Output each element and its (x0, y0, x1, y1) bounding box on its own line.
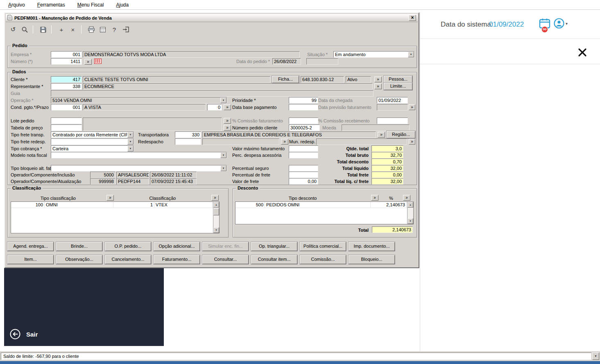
tipo-cobranca-label: Tipo cobrança * (11, 146, 42, 151)
agend-entrega-button[interactable]: Agend. entrega... (7, 242, 54, 251)
opcao-adicional-button[interactable]: Opção adicional... (154, 242, 200, 251)
empresa-code-field[interactable]: 001 (51, 51, 82, 58)
num-pedido-cliente-field[interactable]: 3000025-2 (289, 124, 320, 131)
chevron-down-icon[interactable]: ▼ (127, 139, 134, 145)
redespacho-zoom-button[interactable]: » (281, 139, 288, 145)
tipo-bloqueio-combo[interactable]: ▼ (51, 165, 227, 172)
tabela-preco-field[interactable] (51, 124, 82, 131)
comissao-fat-field[interactable] (289, 118, 318, 124)
comissao-rec-field[interactable] (377, 118, 408, 124)
scroll-up-button[interactable]: ▲ (408, 202, 413, 208)
imp-documento-button[interactable]: Imp. documento... (349, 242, 395, 251)
classificacao-grid[interactable]: 100 OMNI 1 VTEX (11, 201, 220, 233)
print-icon[interactable] (86, 25, 96, 34)
data-chegada-field[interactable]: 01/09/2022 (377, 97, 408, 104)
consultar-button[interactable]: Consultar... (202, 255, 249, 264)
user-icon[interactable] (554, 18, 564, 29)
status-dropdown-button[interactable]: ▼ (592, 353, 599, 360)
cancelamento-button[interactable]: Cancelamento... (105, 255, 151, 264)
desconto-scrollbar[interactable]: ▲ ▼ (407, 202, 413, 224)
chevron-down-icon[interactable]: ▼ (408, 52, 414, 57)
sair-button[interactable]: Sair (26, 331, 38, 338)
transportadora-code-field[interactable]: 330 (175, 131, 201, 138)
brinde-button[interactable]: Brinde... (56, 242, 102, 251)
limite-button[interactable]: Limite... (384, 83, 412, 90)
desconto-col1-zoom-button[interactable]: » (371, 195, 378, 201)
menu-arquivo[interactable]: Arquivo (4, 1, 29, 9)
operacao-combo[interactable]: 5104 VENDA OMNI ▼ (51, 97, 227, 104)
pessoa-button[interactable]: Pessoa... (384, 76, 412, 83)
desconto-grid[interactable]: 500 PEDIDOS OMNI 2,140673 (235, 201, 414, 224)
representante-code-field[interactable]: 338 (51, 83, 82, 90)
cond-pgto-zoom-button[interactable]: » (224, 104, 231, 110)
desconto-col2-zoom-button[interactable]: » (403, 195, 410, 201)
lote-zoom-button[interactable]: » (224, 118, 231, 124)
help-icon[interactable]: ? (109, 25, 119, 34)
undo-icon[interactable]: ↺ (8, 25, 18, 34)
menu-ajuda[interactable]: Ajuda (112, 1, 133, 9)
perc-despesa-label: Perc. despesa acessória (232, 153, 281, 158)
data-prev-zoom-button[interactable]: » (409, 104, 415, 110)
transportadora-zoom-button[interactable]: » (378, 132, 385, 138)
scroll-thumb[interactable] (213, 208, 219, 215)
menu-ferramentas[interactable]: Ferramentas (33, 1, 69, 9)
representante-zoom-button[interactable]: » (374, 84, 382, 89)
modelo-nf-combo[interactable]: ▼ (51, 152, 227, 158)
add-icon[interactable]: + (57, 25, 66, 34)
scroll-down-button[interactable]: ▼ (213, 227, 219, 233)
exit-icon[interactable] (121, 25, 131, 34)
classificacao-col2-zoom-button[interactable]: » (211, 195, 219, 201)
classificacao-col1-zoom-button[interactable]: » (106, 195, 114, 201)
numero-zoom-button[interactable]: » (84, 59, 92, 65)
data-base-field[interactable] (289, 104, 318, 111)
valor-max-label: Valor máximo faturamento (232, 146, 285, 151)
chevron-down-icon[interactable]: ▼ (220, 165, 226, 171)
scroll-up-button[interactable]: ▲ (213, 202, 219, 208)
classificacao-cell-class-code: 1 (113, 202, 154, 208)
search-icon[interactable] (20, 25, 29, 34)
cliente-code-field[interactable]: 417 (51, 76, 82, 83)
chevron-down-icon[interactable]: ▼ (220, 152, 226, 158)
comissao-button[interactable]: Comissão... (300, 255, 346, 264)
close-window-button[interactable]: × (409, 15, 416, 21)
item-button[interactable]: Item... (7, 255, 54, 264)
politica-comercial-button[interactable]: Política comercial... (300, 242, 346, 251)
bloqueio-button[interactable]: Bloqueio... (349, 255, 395, 264)
op-triangular-button[interactable]: Op. triangular... (251, 242, 297, 251)
op-pedido-button[interactable]: O.P. pedido... (105, 242, 151, 251)
save-icon[interactable] (38, 25, 48, 34)
ficha-button[interactable]: Ficha... (272, 76, 299, 83)
table-row[interactable]: 500 PEDIDOS OMNI 2,140673 (235, 202, 413, 208)
calendar-icon[interactable] (98, 25, 108, 34)
chevron-down-icon[interactable]: ▾ (566, 21, 568, 26)
scroll-down-button[interactable]: ▼ (408, 218, 413, 224)
observacao-button[interactable]: Observação... (56, 255, 102, 264)
cond-pgto-prazo-field[interactable]: 0 (207, 104, 222, 111)
comissao-fat-label: % Comissão faturamento (232, 118, 283, 123)
chevron-down-icon[interactable]: ▼ (127, 132, 134, 138)
lote-field[interactable] (51, 118, 82, 124)
numpad-icon[interactable] (94, 59, 102, 65)
chevron-down-icon[interactable]: ▼ (127, 146, 134, 151)
numero-field[interactable]: 1411 (51, 58, 82, 65)
frete-redesp-combo[interactable]: ▼ (51, 138, 134, 145)
tipo-cobranca-combo[interactable]: Carteira ▼ (51, 145, 134, 152)
consultar-item-button[interactable]: Consultar item... (251, 255, 297, 264)
prioridade-field[interactable]: 99 (289, 97, 318, 104)
back-arrow-icon[interactable] (10, 329, 20, 340)
classificacao-scrollbar[interactable]: ▲ ▼ (213, 202, 219, 233)
delete-icon[interactable]: × (68, 25, 78, 34)
situacao-combo[interactable]: Em andamento ▼ (333, 51, 414, 58)
faturamento-button[interactable]: Faturamento... (154, 255, 200, 264)
mun-redesp-zoom-button[interactable]: » (409, 139, 415, 145)
cond-pgto-code-field[interactable]: 001 (51, 104, 82, 111)
redespacho-code-field[interactable] (175, 138, 201, 145)
chevron-down-icon[interactable]: ▼ (220, 97, 226, 103)
cliente-zoom-button[interactable]: » (374, 77, 382, 82)
menu-menu-fiscal[interactable]: Menu Fiscal (73, 1, 108, 9)
table-row[interactable]: 100 OMNI 1 VTEX (11, 202, 219, 208)
close-icon[interactable] (577, 47, 588, 58)
regiao-button[interactable]: Região... (387, 131, 415, 138)
frete-transp-combo[interactable]: Contratado por conta Remetente (CIF) ▼ (51, 131, 134, 138)
tabela-zoom-button[interactable]: » (224, 125, 231, 131)
